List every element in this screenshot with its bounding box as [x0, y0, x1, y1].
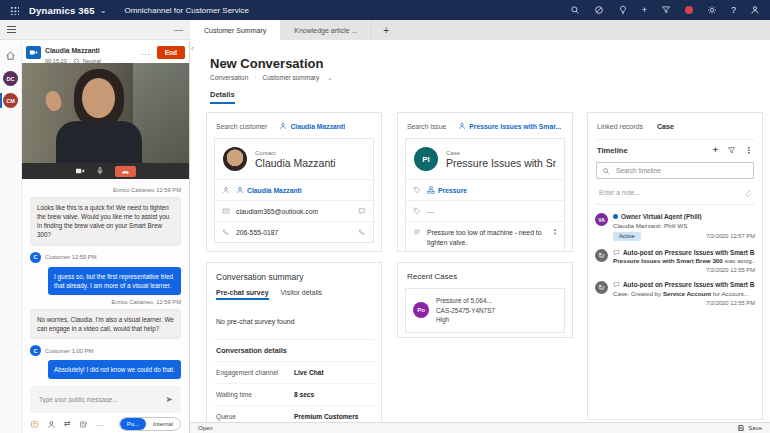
contact-email[interactable]: claudiam365@outlook.com — [236, 208, 318, 215]
chat-transcript[interactable]: Enrico Cattaneo 12:59 PM Looks like this… — [22, 179, 189, 383]
tab-details[interactable]: Details — [210, 90, 235, 104]
tab-customer-summary[interactable]: Customer Summary — [190, 20, 280, 40]
contact-card-icon — [236, 186, 244, 194]
session-panel-topbar: — — [0, 20, 190, 40]
app-name[interactable]: Omnichannel for Customer Service — [124, 6, 249, 15]
consult-person-icon[interactable] — [47, 420, 56, 429]
call-action-icon[interactable] — [358, 228, 366, 236]
contact-record-link[interactable]: Claudia Mazzanti — [236, 186, 302, 194]
collapse-panel-icon[interactable]: — — [174, 25, 183, 35]
mic-toggle-icon[interactable] — [95, 166, 105, 176]
quick-create-plus-icon[interactable]: + — [642, 6, 647, 15]
entry-timestamp: 7/2/2020 12:55 PM — [706, 267, 755, 273]
tag-icon — [413, 207, 421, 215]
end-call-button[interactable]: End — [157, 46, 185, 59]
issue-link[interactable]: Pressure Issues with Smar... — [458, 122, 561, 130]
timeline-title: Timeline — [597, 146, 628, 155]
call-header: Claudia Mazzanti 00:15:20 | Neutral ... … — [22, 41, 189, 63]
call-more-options-icon[interactable]: ... — [141, 48, 151, 57]
filter-icon[interactable] — [661, 5, 671, 15]
timeline-search-input[interactable] — [614, 166, 748, 175]
slashed-circle-icon[interactable] — [594, 5, 604, 15]
timeline-entry[interactable]: VA Owner Virtual Agent (Phill) Claudia M… — [595, 205, 755, 241]
customer-link[interactable]: Claudia Mazzanti — [279, 122, 345, 130]
message-meta: Enrico Cattaneo 12:59 PM — [30, 187, 181, 193]
agent-message-bubble: Looks like this is a quick fix! We need … — [30, 197, 181, 246]
toggle-public[interactable]: Pu... — [120, 418, 146, 430]
customer-avatar: C — [30, 252, 41, 263]
case-description[interactable]: Pressure too low of machine - need to ti… — [427, 228, 545, 247]
page-title: New Conversation — [210, 56, 770, 71]
waffle-icon[interactable] — [10, 6, 19, 15]
conversation-summary-card: Conversation summary Pre-chat survey Vis… — [206, 262, 382, 423]
presence-dot-icon — [613, 214, 618, 219]
prechat-empty-text: No pre-chat survey found — [214, 306, 374, 339]
settings-gear-icon[interactable] — [707, 5, 717, 15]
contact-name: Claudia Mazzanti — [255, 157, 336, 169]
brand-title[interactable]: Dynamics 365 — [29, 5, 95, 16]
search-issue-card: Search issue Pressure Issues with Smar..… — [397, 112, 573, 252]
tab-visitor-details[interactable]: Visitor details — [281, 289, 323, 300]
message-meta: Customer 1:00 PM — [45, 348, 93, 354]
search-icon[interactable] — [570, 5, 580, 15]
tab-prechat-survey[interactable]: Pre-chat survey — [216, 289, 269, 300]
transfer-icon[interactable]: ⇄ — [64, 420, 71, 428]
app-window: Dynamics 365 ⌄ Omnichannel for Customer … — [0, 0, 770, 433]
visibility-toggle[interactable]: Pu... Internal — [119, 417, 181, 431]
note-input[interactable] — [597, 188, 741, 197]
case-title: Pressure Issues with Smart... — [446, 157, 556, 169]
linked-records-card: Linked records Case Timeline + ⋮ — [587, 112, 763, 420]
collapse-session-icon[interactable]: ‹ — [191, 44, 194, 53]
hangup-button[interactable] — [115, 166, 136, 177]
contact-phone[interactable]: 206-555-0187 — [236, 229, 278, 236]
emoji-icon[interactable] — [30, 420, 39, 429]
save-button[interactable]: Save — [737, 424, 762, 432]
status-badge: Active — [613, 232, 641, 241]
notes-icon[interactable] — [79, 420, 88, 429]
linked-record-type[interactable]: Case — [657, 122, 674, 131]
hamburger-menu-icon[interactable] — [7, 26, 16, 34]
note-entry-row — [595, 183, 755, 205]
timeline-more-icon[interactable]: ⋮ — [745, 147, 753, 155]
breadcrumb-item[interactable]: Customer summary — [262, 74, 319, 81]
agent-message-bubble: No worries, Claudia. I'm also a visual l… — [30, 309, 181, 339]
paperclip-icon[interactable] — [745, 189, 753, 197]
subject-link[interactable]: Pressure — [427, 186, 467, 194]
session-rail: DC CM — [0, 41, 22, 433]
timeline-add-icon[interactable]: + — [713, 146, 718, 155]
tab-knowledge-article[interactable]: Knowledge article ... — [280, 20, 372, 40]
video-controls — [22, 163, 189, 179]
breadcrumb-item[interactable]: Conversation — [210, 74, 248, 81]
home-session-icon[interactable] — [5, 46, 16, 64]
timeline-entry[interactable]: ↻ Auto-post on Pressure Issues with Smar… — [595, 241, 755, 274]
session-avatar-dc[interactable]: DC — [0, 71, 21, 86]
recent-case-title: Pressure of 5,064... — [436, 296, 495, 306]
tag-icon — [413, 186, 421, 194]
more-options-icon[interactable]: … — [96, 420, 104, 428]
message-input[interactable] — [37, 395, 161, 404]
detail-row: Waiting time 8 secs — [214, 383, 374, 405]
brand-chevron-icon[interactable]: ⌄ — [100, 6, 107, 15]
sitemap-icon — [427, 186, 435, 194]
account-person-icon[interactable] — [750, 5, 760, 15]
camera-toggle-icon[interactable] — [75, 166, 85, 176]
session-avatar-cm[interactable]: CM — [0, 93, 21, 108]
chevron-down-icon[interactable]: ⌄ — [327, 74, 332, 81]
notification-dot-icon[interactable] — [685, 6, 693, 14]
record-state: Open — [198, 425, 213, 431]
lightbulb-icon[interactable] — [618, 5, 628, 15]
entry-title: Auto-post on Pressure Issues with Smart … — [623, 249, 755, 256]
case-avatar: Po — [413, 302, 429, 318]
entry-title: Auto-post on Pressure Issues with Smart … — [623, 281, 755, 288]
toggle-internal[interactable]: Internal — [146, 418, 180, 430]
timeline-entry[interactable]: ↻ Auto-post on Pressure Issues with Smar… — [595, 273, 755, 306]
help-icon[interactable]: ? — [731, 6, 736, 15]
new-tab-button[interactable]: + — [372, 20, 400, 40]
stepper-icons[interactable]: ▲▼ — [553, 228, 557, 237]
timeline-filter-icon[interactable] — [727, 146, 736, 155]
hangup-icon — [121, 167, 130, 176]
recent-case-item[interactable]: Po Pressure of 5,064... CAS-25475-Y4N7S7… — [405, 288, 565, 333]
recent-case-priority: High — [436, 315, 495, 325]
send-icon[interactable] — [165, 395, 174, 404]
chat-action-icon[interactable] — [358, 207, 366, 215]
